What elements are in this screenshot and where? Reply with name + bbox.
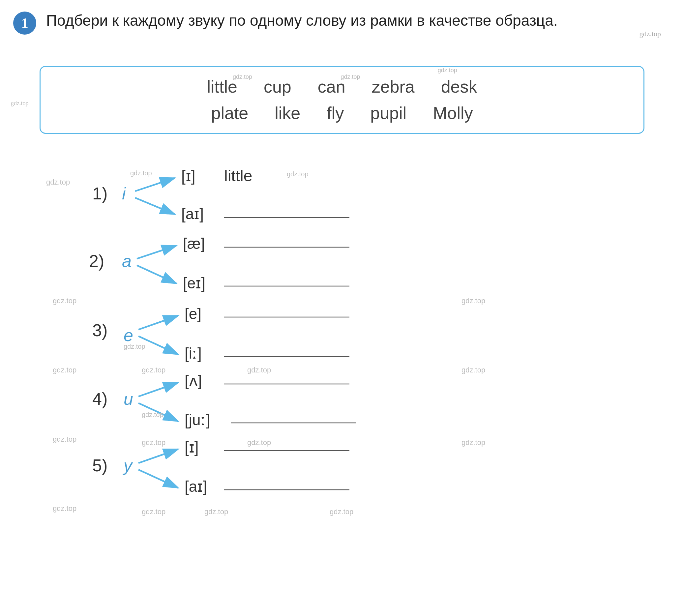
word-little: littlegdz.top — [207, 77, 237, 96]
svg-line-27 — [137, 245, 176, 259]
svg-text:1): 1) — [92, 184, 108, 203]
word-box-row-2: plate like fly pupil Molly — [60, 103, 624, 123]
word-box-row-1: littlegdz.top cup cangdz.top zebra desk … — [60, 77, 624, 96]
svg-text:gdz.top: gdz.top — [204, 508, 228, 516]
watermark-desk-top: gdz.top — [438, 67, 457, 74]
instruction: Подбери к каждому звуку по одному слову … — [46, 10, 558, 31]
svg-text:[juː]: [juː] — [184, 411, 210, 428]
svg-text:gdz.top: gdz.top — [142, 438, 166, 446]
svg-text:[ɪ]: [ɪ] — [181, 168, 196, 184]
watermark-header: gdz.top — [640, 30, 661, 38]
svg-text:3): 3) — [92, 321, 108, 340]
svg-text:5): 5) — [92, 456, 108, 475]
watermark-can: gdz.top — [341, 73, 360, 81]
svg-text:gdz.top: gdz.top — [462, 366, 485, 374]
svg-text:gdz.top: gdz.top — [130, 170, 152, 177]
svg-text:gdz.top: gdz.top — [247, 366, 271, 374]
svg-text:gdz.top: gdz.top — [462, 438, 485, 446]
word-like: like — [274, 103, 300, 123]
exercise-number: 1 — [13, 12, 36, 35]
svg-text:gdz.top: gdz.top — [142, 366, 166, 374]
word-pupil: pupil — [370, 103, 406, 123]
svg-text:[ɪ]: [ɪ] — [184, 439, 199, 456]
header: 1 Подбери к каждому звуку по одному слов… — [13, 10, 671, 35]
svg-text:a: a — [122, 251, 132, 270]
svg-text:[aɪ]: [aɪ] — [181, 205, 204, 222]
watermark-little: gdz.top — [233, 73, 252, 81]
svg-text:gdz.top: gdz.top — [46, 178, 70, 186]
word-can: cangdz.top — [318, 77, 346, 96]
svg-text:[æ]: [æ] — [183, 235, 205, 252]
svg-text:gdz.top: gdz.top — [53, 504, 76, 512]
svg-text:gdz.top: gdz.top — [142, 508, 166, 516]
svg-text:gdz.top: gdz.top — [142, 411, 163, 418]
word-zebra: zebra — [372, 77, 415, 96]
svg-text:gdz.top: gdz.top — [330, 508, 353, 516]
svg-text:[e]: [e] — [184, 305, 201, 322]
svg-text:[iː]: [iː] — [184, 345, 202, 362]
svg-text:4): 4) — [92, 389, 108, 409]
svg-line-17 — [135, 178, 175, 191]
svg-text:gdz.top: gdz.top — [287, 170, 309, 178]
svg-line-28 — [137, 265, 176, 283]
svg-text:[eɪ]: [eɪ] — [183, 274, 205, 292]
svg-line-53 — [138, 449, 178, 463]
svg-text:gdz.top: gdz.top — [247, 438, 271, 446]
word-cup: cup — [264, 77, 291, 96]
word-desk: desk gdz.top — [441, 77, 477, 96]
svg-line-54 — [138, 470, 178, 488]
svg-text:gdz.top: gdz.top — [53, 366, 76, 374]
svg-line-44 — [138, 383, 178, 396]
svg-text:gdz.top: gdz.top — [462, 296, 485, 305]
svg-text:[ʌ]: [ʌ] — [184, 372, 202, 389]
svg-line-35 — [138, 316, 178, 330]
svg-text:gdz.top: gdz.top — [53, 435, 76, 443]
word-box: gdz.top littlegdz.top cup cangdz.top zeb… — [40, 66, 644, 134]
svg-text:gdz.top: gdz.top — [124, 343, 146, 350]
svg-text:e: e — [124, 326, 133, 345]
word-plate: plate — [211, 103, 248, 123]
word-molly: Molly — [433, 103, 473, 123]
svg-text:i: i — [122, 184, 126, 203]
watermark-box-left: gdz.top — [11, 100, 29, 107]
svg-text:u: u — [124, 389, 133, 409]
svg-text:y: y — [123, 456, 133, 475]
exercises-svg: gdz.top gdz.top gdz.top gdz.top gdz.top … — [0, 161, 684, 616]
svg-line-18 — [135, 198, 175, 214]
svg-text:gdz.top: gdz.top — [53, 296, 76, 305]
svg-text:[aɪ]: [aɪ] — [184, 478, 207, 495]
svg-text:little: little — [224, 167, 252, 184]
word-fly: fly — [327, 103, 344, 123]
svg-text:2): 2) — [89, 251, 104, 270]
